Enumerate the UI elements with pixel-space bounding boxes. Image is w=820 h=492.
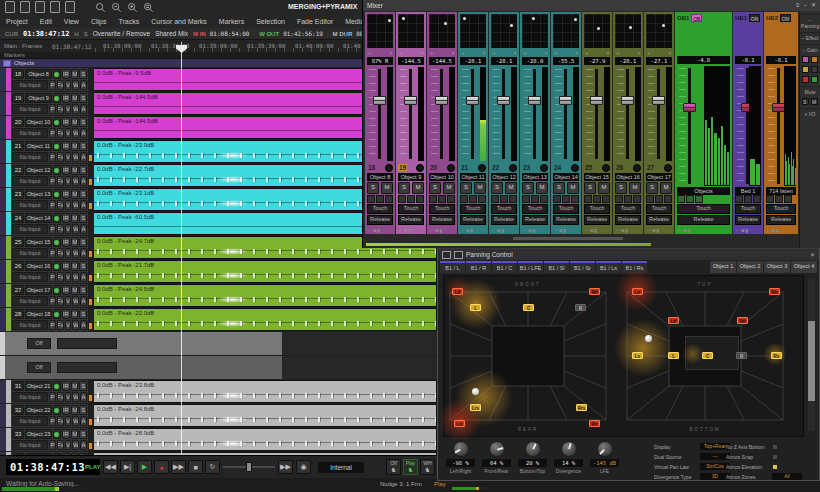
strip-number[interactable]: 26 bbox=[615, 164, 624, 171]
strip-mini-button[interactable] bbox=[469, 195, 477, 203]
audio-clip[interactable]: 0.0dB - Peak -28.9dB bbox=[94, 428, 437, 451]
record-button[interactable]: ● bbox=[154, 460, 169, 474]
strip-mini-button[interactable] bbox=[376, 195, 384, 203]
collapse-icon[interactable]: ▪ bbox=[421, 49, 423, 57]
expand-icon[interactable]: + bbox=[616, 49, 620, 57]
menu-tracks[interactable]: Tracks bbox=[112, 15, 145, 28]
record-ready-button[interactable] bbox=[53, 429, 61, 439]
strip-name[interactable]: Object 17 bbox=[646, 173, 672, 181]
strip-mini-button[interactable] bbox=[478, 195, 486, 203]
touch-button[interactable]: Touch bbox=[677, 204, 730, 214]
track-ir-button[interactable]: IR bbox=[62, 429, 70, 439]
track-input-select[interactable]: No Input bbox=[12, 176, 48, 186]
mute-button[interactable]: M bbox=[598, 182, 610, 194]
strip-mini-button[interactable] bbox=[602, 195, 610, 203]
group-off-button[interactable]: Off bbox=[27, 362, 51, 373]
track-header[interactable]: 21Object 11IRMSNo InputPFxVWA bbox=[11, 140, 88, 163]
solo-button[interactable]: S bbox=[553, 182, 565, 194]
track-fx-button[interactable]: Fx bbox=[57, 320, 64, 330]
record-ready-button[interactable] bbox=[53, 213, 61, 223]
track-m-button[interactable]: M bbox=[71, 237, 79, 247]
track-input-select[interactable]: No Input bbox=[12, 296, 48, 306]
strip-record-button[interactable] bbox=[478, 164, 486, 172]
track-v-button[interactable]: V bbox=[65, 248, 72, 258]
track-v-button[interactable]: V bbox=[65, 200, 72, 210]
expand-icon[interactable]: + bbox=[461, 49, 465, 57]
track-w-button[interactable]: W bbox=[72, 440, 79, 450]
solo-button[interactable]: S bbox=[367, 182, 379, 194]
track-fx-button[interactable]: Fx bbox=[57, 440, 64, 450]
track-w-button[interactable]: W bbox=[72, 320, 79, 330]
track-fx-button[interactable]: Fx bbox=[57, 296, 64, 306]
collapse-icon[interactable]: ▪ bbox=[483, 49, 485, 57]
group-name-field[interactable] bbox=[57, 338, 117, 349]
chase-play-button[interactable]: Play♞ bbox=[403, 459, 418, 475]
strip-mini-button[interactable] bbox=[460, 195, 468, 203]
collapse-icon[interactable]: ▪ bbox=[638, 49, 640, 57]
release-button[interactable]: Release bbox=[367, 215, 393, 225]
strip-name[interactable]: Object 10 bbox=[429, 173, 455, 181]
strip-mini-button[interactable] bbox=[593, 195, 601, 203]
knob-dial[interactable] bbox=[561, 441, 577, 457]
track-p-button[interactable]: P bbox=[49, 128, 56, 138]
mixer-strip[interactable]: +▪-27.925Object 15SMTouchRelease‒ ◀ ▮ bbox=[582, 12, 612, 234]
track-fx-button[interactable]: Fx bbox=[57, 80, 64, 90]
track-ir-button[interactable]: IR bbox=[62, 117, 70, 127]
record-ready-button[interactable] bbox=[53, 93, 61, 103]
strip-mini-button[interactable] bbox=[531, 195, 539, 203]
bus-tag-button[interactable]: ON bbox=[780, 14, 791, 22]
track-name[interactable]: Object 12 bbox=[25, 165, 52, 175]
track-v-button[interactable]: V bbox=[65, 128, 72, 138]
menu-markers[interactable]: Markers bbox=[213, 15, 250, 28]
strip-mini-button[interactable] bbox=[491, 195, 499, 203]
strip-mini-button[interactable] bbox=[385, 195, 393, 203]
strip-record-button[interactable] bbox=[416, 164, 424, 172]
track-w-button[interactable]: W bbox=[72, 248, 79, 258]
sidebar-section-panning[interactable]: − Panning bbox=[800, 14, 820, 29]
track-a-button[interactable]: A bbox=[80, 80, 87, 90]
track-v-button[interactable]: V bbox=[65, 320, 72, 330]
speaker-rtf[interactable]: Rtf bbox=[589, 288, 600, 295]
collapse-icon[interactable]: ▪ bbox=[576, 49, 578, 57]
mixer-scrollbar-thumb[interactable] bbox=[513, 237, 623, 240]
chase-wh-button[interactable]: WH♞ bbox=[420, 459, 435, 475]
track-ir-button[interactable]: IR bbox=[62, 141, 70, 151]
track-s-button[interactable]: S bbox=[79, 213, 87, 223]
window-menu-icon[interactable]: ≡ bbox=[796, 0, 800, 11]
touch-button[interactable]: Touch bbox=[522, 204, 548, 214]
track-s-button[interactable]: S bbox=[79, 429, 87, 439]
strip-mini-button[interactable] bbox=[686, 195, 694, 203]
strip-record-button[interactable] bbox=[571, 164, 579, 172]
speaker-ltf[interactable]: Ltf bbox=[668, 317, 679, 324]
sidebar-solo-button[interactable]: S bbox=[802, 98, 809, 105]
strip-name[interactable]: Object 9 bbox=[398, 173, 424, 181]
track-s-button[interactable]: S bbox=[79, 285, 87, 295]
speaker-c[interactable]: C bbox=[523, 304, 534, 311]
expand-icon[interactable]: + bbox=[523, 49, 527, 57]
solo-button[interactable]: S bbox=[398, 182, 410, 194]
shuttle-slider[interactable] bbox=[223, 460, 275, 474]
strip-mini-button[interactable] bbox=[367, 195, 375, 203]
track-s-button[interactable]: S bbox=[79, 381, 87, 391]
strip-mini-button[interactable] bbox=[540, 195, 548, 203]
strip-mini-button[interactable] bbox=[677, 195, 685, 203]
mixer-strip[interactable]: +▪-144.520Object 10SMTouchRelease‒ ◀ ▮ bbox=[427, 12, 457, 234]
strip-record-button[interactable] bbox=[509, 164, 517, 172]
pan-tab-blfe[interactable]: B1 / LFE bbox=[518, 261, 543, 273]
zoom-in-icon[interactable] bbox=[127, 2, 138, 13]
mixer-title-bar[interactable]: Mixer ≡−✕ bbox=[363, 0, 820, 11]
track-v-button[interactable]: V bbox=[65, 440, 72, 450]
track-input-select[interactable]: No Input bbox=[12, 200, 48, 210]
mixer-strip[interactable]: +▪-28.121Object 11SMTouchRelease‒ ◀ ▮ bbox=[458, 12, 488, 234]
strip-record-button[interactable] bbox=[385, 164, 393, 172]
solo-button[interactable]: S bbox=[522, 182, 534, 194]
track-input-select[interactable]: No Input bbox=[12, 248, 48, 258]
group-track-header[interactable]: Off bbox=[5, 356, 282, 379]
mixer-strip[interactable]: +▪-144.519Object 9SMTouchRelease‒ ◀ ▮ bbox=[396, 12, 426, 234]
pan-tab-bsr[interactable]: B1 / Sr bbox=[570, 261, 595, 273]
track-header[interactable]: 19Object 9IRMSNo InputPFxVWA bbox=[11, 92, 88, 115]
solo-button[interactable]: S bbox=[429, 182, 441, 194]
expand-icon[interactable]: + bbox=[430, 49, 434, 57]
mixer-strip[interactable]: +▪-28.023Object 13SMTouchRelease‒ ◀ ▮ bbox=[520, 12, 550, 234]
pan-tab-bc[interactable]: B1 / C bbox=[492, 261, 517, 273]
